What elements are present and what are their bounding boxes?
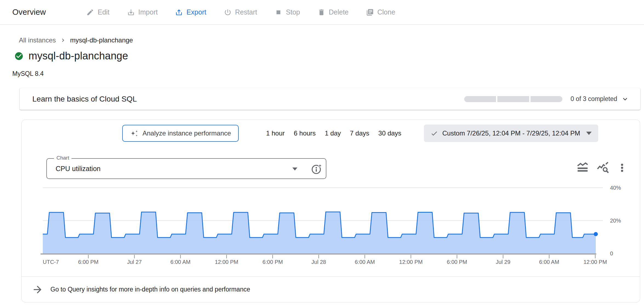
stop-label: Stop — [286, 8, 300, 16]
dropdown-arrow-icon — [586, 132, 592, 135]
restart-label: Restart — [235, 8, 257, 16]
x-tick-label: Jul 28 — [311, 259, 326, 265]
progress-segment — [497, 96, 529, 102]
kebab-menu-icon — [617, 162, 627, 174]
latest-point-dot — [594, 232, 598, 236]
range-30-days[interactable]: 30 days — [378, 129, 401, 137]
area-chart-icon — [576, 161, 589, 174]
cpu-utilization-chart[interactable]: 6:00 PMJul 276:00 AM12:00 PM6:00 PMJul 2… — [22, 177, 640, 271]
arrow-right-icon — [32, 284, 43, 295]
power-icon — [224, 8, 232, 16]
x-tick-label: 12:00 PM — [583, 259, 607, 265]
analyze-button-label: Analyze instance performance — [143, 129, 231, 137]
stop-button[interactable]: Stop — [275, 8, 300, 16]
edit-button[interactable]: Edit — [86, 8, 109, 16]
y-tick-label: 40% — [610, 185, 621, 191]
cpu-area-fill — [43, 212, 596, 253]
timezone-label: UTC-7 — [43, 259, 59, 265]
learn-banner-progress: 0 of 3 completed — [464, 95, 629, 103]
explore-metrics-button[interactable] — [597, 161, 609, 174]
gemini-sparkle-icon — [130, 129, 138, 137]
progress-segment — [531, 96, 562, 102]
trash-icon — [318, 8, 325, 16]
export-icon — [175, 8, 183, 16]
instance-name: mysql-db-planchange — [29, 50, 128, 62]
x-tick-label: 12:00 PM — [399, 259, 423, 265]
check-icon — [431, 130, 438, 137]
cloud-sql-overview-page: Overview Edit Import Export Restart Stop — [0, 0, 644, 306]
top-toolbar: Overview Edit Import Export Restart Stop — [0, 0, 644, 25]
range-1-day[interactable]: 1 day — [325, 129, 341, 137]
progress-segment — [464, 96, 496, 102]
export-label: Export — [186, 8, 206, 16]
y-tick-label: 20% — [610, 218, 621, 224]
edit-label: Edit — [98, 8, 109, 16]
chevron-right-icon — [60, 37, 66, 44]
x-tick-label: Jul 27 — [127, 259, 142, 265]
query-insights-link[interactable]: Go to Query insights for more in-depth i… — [22, 276, 640, 302]
status-ok-icon — [14, 51, 24, 61]
chevron-down-icon — [621, 95, 629, 103]
range-1-hour[interactable]: 1 hour — [266, 129, 285, 137]
stop-icon — [275, 8, 282, 16]
breadcrumb: All instances mysql-db-planchange — [19, 36, 644, 44]
x-tick-label: 6:00 AM — [170, 259, 190, 265]
page-title: Overview — [12, 8, 46, 17]
plot-area: 6:00 PMJul 276:00 AM12:00 PM6:00 PMJul 2… — [22, 177, 640, 271]
delete-label: Delete — [329, 8, 349, 16]
analyze-performance-button[interactable]: Analyze instance performance — [122, 125, 239, 142]
info-sparkle-icon — [310, 163, 323, 175]
query-stats-icon — [597, 161, 609, 174]
progress-bar — [464, 96, 562, 102]
chart-select-value: CPU utilization — [56, 159, 101, 178]
x-tick-label: 6:00 AM — [539, 259, 559, 265]
chart-more-options-button[interactable] — [617, 162, 627, 174]
area-chart-toggle-button[interactable] — [576, 161, 589, 174]
x-tick-label: 12:00 PM — [215, 259, 238, 265]
x-tick-label: 6:00 PM — [447, 259, 467, 265]
clone-icon — [366, 8, 374, 16]
metric-ai-info-button[interactable] — [310, 163, 323, 175]
range-7-days[interactable]: 7 days — [350, 129, 369, 137]
delete-button[interactable]: Delete — [318, 8, 349, 16]
import-button[interactable]: Import — [127, 8, 158, 16]
instance-title-row: mysql-db-planchange — [14, 50, 644, 62]
query-insights-text: Go to Query insights for more in-depth i… — [50, 286, 250, 293]
clone-button[interactable]: Clone — [366, 8, 395, 16]
x-tick-label: 6:00 AM — [355, 259, 375, 265]
breadcrumb-all-instances-link[interactable]: All instances — [19, 36, 56, 44]
y-tick-label: 0 — [610, 250, 613, 256]
x-tick-label: 6:00 PM — [78, 259, 98, 265]
custom-range-label: Custom 7/26/25, 12:04 PM - 7/29/25, 12:0… — [442, 129, 580, 137]
import-label: Import — [138, 8, 158, 16]
banner-expand-button[interactable] — [621, 95, 629, 103]
toolbar-actions: Edit Import Export Restart Stop Delete — [86, 8, 395, 16]
range-6-hours[interactable]: 6 hours — [294, 129, 316, 137]
chart-metric-select[interactable]: Chart CPU utilization — [46, 158, 326, 179]
x-tick-label: 6:00 PM — [263, 259, 283, 265]
progress-label: 0 of 3 completed — [571, 95, 617, 103]
x-tick-label: Jul 29 — [496, 259, 510, 265]
breadcrumb-current: mysql-db-planchange — [70, 36, 133, 44]
restart-button[interactable]: Restart — [224, 8, 257, 16]
learn-banner-title: Learn the basics of Cloud SQL — [32, 95, 137, 103]
pencil-icon — [86, 8, 94, 16]
learn-basics-banner: Learn the basics of Cloud SQL 0 of 3 com… — [20, 88, 640, 110]
custom-range-selector[interactable]: Custom 7/26/25, 12:04 PM - 7/29/25, 12:0… — [424, 125, 598, 142]
import-icon — [127, 8, 135, 16]
select-arrow-icon — [292, 168, 297, 171]
clone-label: Clone — [377, 8, 395, 16]
export-button[interactable]: Export — [175, 8, 206, 16]
chart-toolbar — [576, 161, 627, 174]
monitoring-card: Analyze instance performance 1 hour 6 ho… — [21, 120, 640, 302]
time-range-options: 1 hour 6 hours 1 day 7 days 30 days — [266, 125, 401, 142]
engine-version: MySQL 8.4 — [12, 70, 644, 77]
